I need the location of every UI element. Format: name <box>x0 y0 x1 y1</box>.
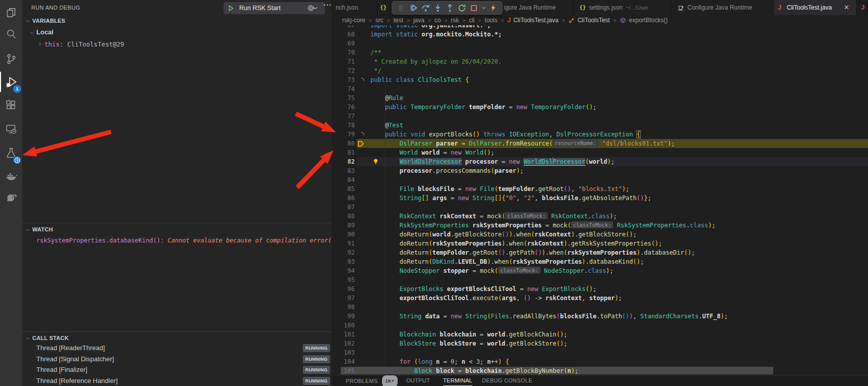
code-line-77[interactable]: 77 <box>332 112 868 121</box>
tab-cut[interactable]: J <box>857 0 868 15</box>
code-line-94[interactable]: 94 NodeStopper stopper = mock(classToMoc… <box>332 266 868 275</box>
breadcrumb-item[interactable]: java <box>413 17 424 24</box>
code-line-82[interactable]: 82 WorldDslProcessor processor = new Wor… <box>332 157 868 166</box>
breadcrumb[interactable]: rskj-core>src>test>java>co>rsk>cli>tools… <box>332 15 868 25</box>
code-text: exportBlocksCliTool.execute(args, () -> … <box>370 294 622 303</box>
code-line-74[interactable]: 74 <box>332 84 868 93</box>
toolbar-drag-handle[interactable] <box>395 2 407 14</box>
code-line-101[interactable]: 101 Blockchain blockchain = world.getBlo… <box>332 330 868 339</box>
docker-icon[interactable] <box>0 166 22 186</box>
code-line-78[interactable]: 78 @Test <box>332 121 868 130</box>
code-line-92[interactable]: 92 doReturn(tempFolder.getRoot().getPath… <box>332 248 868 257</box>
breadcrumb-class[interactable]: CliToolsTest <box>577 17 610 24</box>
code-line-68[interactable]: 68import static org.mockito.Mockito.*; <box>332 30 868 39</box>
code-line-88[interactable]: 88 RskContext rskContext = mock(classToM… <box>332 212 868 221</box>
panel-tab-output[interactable]: OUTPUT <box>406 375 430 386</box>
call-stack-section-header[interactable]: CALL STACK <box>32 335 69 341</box>
code-line-96[interactable]: 96 ExportBlocks exportBlocksCliTool = ne… <box>332 284 868 294</box>
code-line-103[interactable]: 103 <box>332 348 868 357</box>
panel-tab-terminal[interactable]: TERMINAL <box>443 375 472 386</box>
code-line-102[interactable]: 102 BlockStore blockStore = world.getBlo… <box>332 339 868 348</box>
code-line-85[interactable]: 85 File blocksFile = new File(tempFolder… <box>332 184 868 194</box>
debug-stackframe-breakpoint-icon[interactable] <box>357 140 365 148</box>
code-line-76[interactable]: 76 public TemporaryFolder tempFolder = n… <box>332 103 868 112</box>
code-line-83[interactable]: 83 processor.processCommands(parser); <box>332 166 868 175</box>
breadcrumb-item[interactable]: test <box>394 17 403 24</box>
code-line-89[interactable]: 89 RskSystemProperties rskSystemProperti… <box>332 221 868 230</box>
gradle-elephant-icon[interactable] <box>0 187 22 207</box>
variables-section-header[interactable]: VARIABLES <box>32 18 65 24</box>
remote-explorer-icon[interactable] <box>0 119 22 139</box>
search-icon[interactable] <box>0 24 22 44</box>
breadcrumb-file[interactable]: CliToolsTest.java <box>513 17 558 24</box>
code-line-73[interactable]: 73public class CliToolsTest { <box>332 75 868 84</box>
call-stack-thread[interactable]: Thread [Finalizer] <box>36 366 87 373</box>
explorer-icon[interactable] <box>0 3 22 23</box>
tab-nch.json[interactable]: nch.json <box>332 0 377 15</box>
watch-section-header[interactable]: WATCH <box>32 226 53 232</box>
extensions-icon[interactable] <box>0 95 22 115</box>
code-line-99[interactable]: 99 String data = new String(Files.readAl… <box>332 312 868 321</box>
code-line-98[interactable]: 98 <box>332 303 868 312</box>
code-line-86[interactable]: 86 String[] args = new String[]{"0", "2"… <box>332 194 868 203</box>
breadcrumb-item[interactable]: tools <box>484 17 497 24</box>
code-line-87[interactable]: 87 <box>332 203 868 212</box>
java-file-icon: J <box>861 4 864 11</box>
code-line-104[interactable]: 104 for (long n = 0; n < 3; n++) { <box>332 357 868 366</box>
breadcrumb-item[interactable]: rsk <box>451 17 459 24</box>
region-fold-icon[interactable] <box>360 131 366 138</box>
step-over-icon[interactable] <box>419 2 431 14</box>
variable-this[interactable]: this: CliToolsTest@29 <box>44 40 124 48</box>
stop-menu-chevron-icon[interactable] <box>480 2 487 14</box>
code-editor[interactable]: 67import static org.junit.Assert.*;68imp… <box>332 25 868 375</box>
breadcrumb-item[interactable]: co <box>435 17 441 24</box>
code-line-90[interactable]: 90 doReturn(world.getBlockStore()).when(… <box>332 230 868 239</box>
code-line-100[interactable]: 100 <box>332 321 868 330</box>
code-line-93[interactable]: 93 doReturn(DbKind.LEVEL_DB).when(rskSys… <box>332 257 868 266</box>
watch-expression[interactable]: rskSystemProperties.databaseKind(): Cann… <box>36 237 361 244</box>
tab-settings.json[interactable]: {}settings.json~/.../User <box>573 0 671 15</box>
code-line-75[interactable]: 75 @Rule <box>332 93 868 103</box>
step-out-icon[interactable] <box>444 2 456 14</box>
code-line-72[interactable]: 72 */ <box>332 66 868 75</box>
code-line-97[interactable]: 97 exportBlocksCliTool.execute(args, () … <box>332 294 868 303</box>
lightbulb-icon[interactable] <box>372 158 379 165</box>
step-into-icon[interactable] <box>431 2 444 14</box>
call-stack-thread[interactable]: Thread [ReaderThread] <box>36 344 105 352</box>
code-line-79[interactable]: 79 public void exportBlocks() throws IOE… <box>332 130 868 139</box>
tab-CliToolsTest.java[interactable]: JCliToolsTest.java✕ <box>774 0 857 15</box>
code-line-67[interactable]: 67import static org.junit.Assert.*; <box>332 25 868 30</box>
tab-Configure Java Runtime[interactable]: Configure Java Runtime <box>671 0 774 15</box>
breadcrumb-item[interactable]: rskj-core <box>342 17 365 24</box>
code-line-95[interactable]: 95 <box>332 275 868 284</box>
testing-flask-icon[interactable] <box>0 143 22 163</box>
code-line-71[interactable]: 71 * Created by ajlopez on 26/04/2020. <box>332 57 868 66</box>
source-control-icon[interactable] <box>0 49 22 69</box>
stop-icon[interactable] <box>468 2 480 14</box>
gear-icon[interactable] <box>307 4 315 12</box>
breadcrumb-item[interactable]: src <box>375 17 384 24</box>
line-number: 94 <box>332 266 355 275</box>
panel-tab-debug-console[interactable]: DEBUG CONSOLE <box>482 375 532 386</box>
code-line-91[interactable]: 91 doReturn(rskSystemProperties).when(rs… <box>332 239 868 248</box>
code-line-105[interactable]: 105 Block block = blockchain.getBlockByN… <box>332 366 868 375</box>
breadcrumb-method[interactable]: exportBlocks() <box>629 17 668 24</box>
call-stack-thread[interactable]: Thread [Reference Handler] <box>36 377 118 384</box>
code-line-69[interactable]: 69 <box>332 39 868 48</box>
continue-icon[interactable] <box>407 2 419 14</box>
code-line-81[interactable]: 81 World world = new World(); <box>332 148 868 157</box>
panel-tab-problems[interactable]: PROBLEMS1K+ <box>346 375 398 386</box>
code-line-80[interactable]: 80 DslParser parser = DslParser.fromReso… <box>332 139 868 148</box>
code-line-84[interactable]: 84 <box>332 175 868 184</box>
hot-code-replace-icon[interactable] <box>487 2 499 14</box>
region-fold-icon[interactable] <box>360 77 366 83</box>
breadcrumb-item[interactable]: cli <box>469 17 474 24</box>
thread-status-badge: RUNNING <box>303 366 330 374</box>
restart-icon[interactable] <box>456 2 468 14</box>
more-actions-icon[interactable]: ··· <box>323 1 332 9</box>
variables-scope-local[interactable]: Local <box>36 28 53 36</box>
call-stack-thread[interactable]: Thread [Signal Dispatcher] <box>36 355 114 363</box>
code-line-70[interactable]: 70/** <box>332 48 868 57</box>
run-and-debug-icon[interactable]: 1 <box>0 72 22 92</box>
close-tab-icon[interactable]: ✕ <box>844 4 849 11</box>
